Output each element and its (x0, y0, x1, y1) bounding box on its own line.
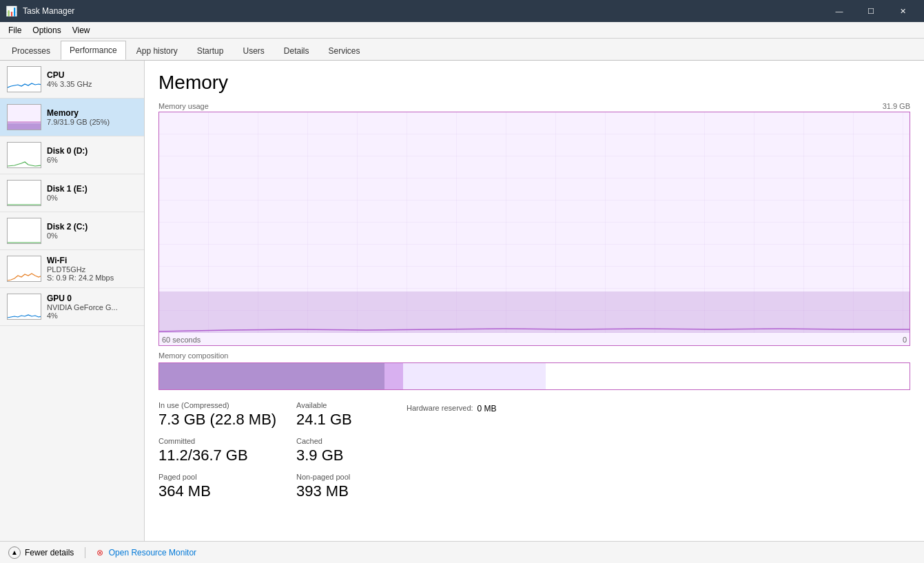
window-controls: — ☐ ✕ (823, 0, 918, 22)
cpu-info: CPU 4% 3.35 GHz (47, 70, 137, 88)
stat-inuse-label: In use (Compressed) (158, 401, 296, 409)
wifi-thumbnail (7, 256, 41, 282)
stat-nonpagedpool-label: Non-paged pool (296, 473, 407, 481)
cpu-detail: 4% 3.35 GHz (47, 80, 137, 88)
gpu0-name: NVIDIA GeForce G... (47, 303, 137, 311)
menu-bar: File Options View (0, 22, 924, 39)
open-resource-monitor-link[interactable]: ⊗ Open Resource Monitor (96, 548, 196, 557)
composition-bar (158, 362, 910, 390)
fewer-details-button[interactable]: ▲ Fewer details (8, 546, 74, 559)
stat-available: Available 24.1 GB (296, 401, 407, 429)
wifi-label: Wi-Fi (47, 256, 137, 265)
graph-box: 60 seconds 0 (158, 112, 910, 346)
menu-view[interactable]: View (67, 24, 96, 37)
page-title: Memory (158, 72, 910, 94)
stat-pagedpool-label: Paged pool (158, 473, 296, 481)
separator (85, 547, 85, 558)
graph-max-label: 31.9 GB (883, 102, 910, 110)
cpu-label: CPU (47, 70, 137, 80)
menu-file[interactable]: File (3, 24, 27, 37)
svg-rect-2 (159, 291, 910, 333)
graph-min-label: 0 (903, 336, 907, 344)
fewer-details-label: Fewer details (25, 548, 74, 557)
minimize-button[interactable]: — (823, 0, 855, 22)
stats-row-2: Committed 11.2/36.7 GB Cached 3.9 GB (158, 437, 910, 464)
resource-monitor-icon: ⊗ (96, 548, 103, 557)
tab-startup[interactable]: Startup (188, 41, 233, 60)
stat-pagedpool: Paged pool 364 MB (158, 473, 296, 500)
disk1-thumbnail (7, 180, 41, 206)
gpu0-usage: 4% (47, 311, 137, 320)
stats-row-1: In use (Compressed) 7.3 GB (22.8 MB) Ava… (158, 401, 910, 429)
comp-standby (403, 363, 546, 389)
stat-cached-label: Cached (296, 437, 407, 445)
stat-pagedpool-value: 364 MB (158, 482, 296, 500)
tab-services[interactable]: Services (320, 41, 369, 60)
gpu0-thumbnail (7, 294, 41, 320)
comp-free (546, 363, 910, 389)
stat-inuse: In use (Compressed) 7.3 GB (22.8 MB) (158, 401, 296, 429)
memory-usage-graph: Memory usage 31.9 GB (158, 102, 910, 346)
composition-label: Memory composition (158, 351, 910, 360)
stat-cached-value: 3.9 GB (296, 447, 407, 464)
disk1-info: Disk 1 (E:) 0% (47, 184, 137, 202)
stat-hwreserved: Hardware reserved: 0 MB (407, 404, 497, 413)
disk2-label: Disk 2 (C:) (47, 222, 137, 232)
disk1-label: Disk 1 (E:) (47, 184, 137, 194)
grid-svg (159, 112, 910, 333)
bottom-bar: ▲ Fewer details ⊗ Open Resource Monitor (0, 541, 924, 563)
disk2-detail: 0% (47, 232, 137, 240)
stat-available-value: 24.1 GB (296, 411, 407, 429)
cpu-thumbnail (7, 66, 41, 92)
disk0-info: Disk 0 (D:) 6% (47, 146, 137, 164)
disk2-thumbnail (7, 218, 41, 244)
menu-options[interactable]: Options (27, 24, 66, 37)
stat-nonpagedpool-value: 393 MB (296, 482, 407, 500)
sidebar-item-disk0[interactable]: Disk 0 (D:) 6% (0, 136, 144, 174)
graph-header: Memory usage 31.9 GB (158, 102, 910, 110)
gpu0-label: GPU 0 (47, 294, 137, 303)
stat-hwreserved-value: 0 MB (478, 404, 497, 413)
close-button[interactable]: ✕ (887, 0, 918, 22)
wifi-detail: PLDT5GHz (47, 265, 137, 274)
stat-cached: Cached 3.9 GB (296, 437, 407, 464)
sidebar-item-gpu0[interactable]: GPU 0 NVIDIA GeForce G... 4% (0, 288, 144, 326)
wifi-info: Wi-Fi PLDT5GHz S: 0.9 R: 24.2 Mbps (47, 256, 137, 282)
disk1-detail: 0% (47, 194, 137, 202)
maximize-button[interactable]: ☐ (855, 0, 887, 22)
memory-detail: 7.9/31.9 GB (25%) (47, 118, 137, 126)
app-title: Task Manager (23, 6, 74, 16)
wifi-speed: S: 0.9 R: 24.2 Mbps (47, 274, 137, 282)
main-layout: CPU 4% 3.35 GHz Memory 7.9/31.9 GB (25%) (0, 61, 924, 541)
gpu0-info: GPU 0 NVIDIA GeForce G... 4% (47, 294, 137, 320)
disk0-detail: 6% (47, 156, 137, 164)
graph-main (159, 112, 910, 333)
app-icon: 📊 (6, 6, 17, 17)
sidebar-item-memory[interactable]: Memory 7.9/31.9 GB (25%) (0, 99, 144, 136)
tab-performance[interactable]: Performance (61, 41, 126, 60)
graph-time-label: 60 seconds (162, 336, 201, 344)
comp-modified (384, 363, 403, 389)
sidebar-item-wifi[interactable]: Wi-Fi PLDT5GHz S: 0.9 R: 24.2 Mbps (0, 250, 144, 288)
tab-apphistory[interactable]: App history (127, 41, 187, 60)
tab-processes[interactable]: Processes (3, 41, 59, 60)
tab-details[interactable]: Details (275, 41, 318, 60)
sidebar-item-disk1[interactable]: Disk 1 (E:) 0% (0, 174, 144, 212)
chevron-up-icon: ▲ (8, 546, 21, 559)
content-area: Memory Memory usage 31.9 GB (145, 61, 924, 541)
disk2-info: Disk 2 (C:) 0% (47, 222, 137, 240)
sidebar-item-disk2[interactable]: Disk 2 (C:) 0% (0, 212, 144, 250)
memory-thumbnail (7, 104, 41, 130)
sidebar: CPU 4% 3.35 GHz Memory 7.9/31.9 GB (25%) (0, 61, 145, 541)
sidebar-item-cpu[interactable]: CPU 4% 3.35 GHz (0, 61, 144, 99)
memory-label: Memory (47, 108, 137, 118)
memory-composition-section: Memory composition (158, 351, 910, 390)
stat-inuse-value: 7.3 GB (22.8 MB) (158, 411, 296, 429)
memory-info: Memory 7.9/31.9 GB (25%) (47, 108, 137, 126)
disk0-label: Disk 0 (D:) (47, 146, 137, 156)
stats-section: In use (Compressed) 7.3 GB (22.8 MB) Ava… (158, 401, 910, 500)
stat-available-label: Available (296, 401, 407, 409)
graph-footer: 60 seconds 0 (159, 334, 910, 345)
tab-users[interactable]: Users (234, 41, 273, 60)
disk0-thumbnail (7, 142, 41, 168)
